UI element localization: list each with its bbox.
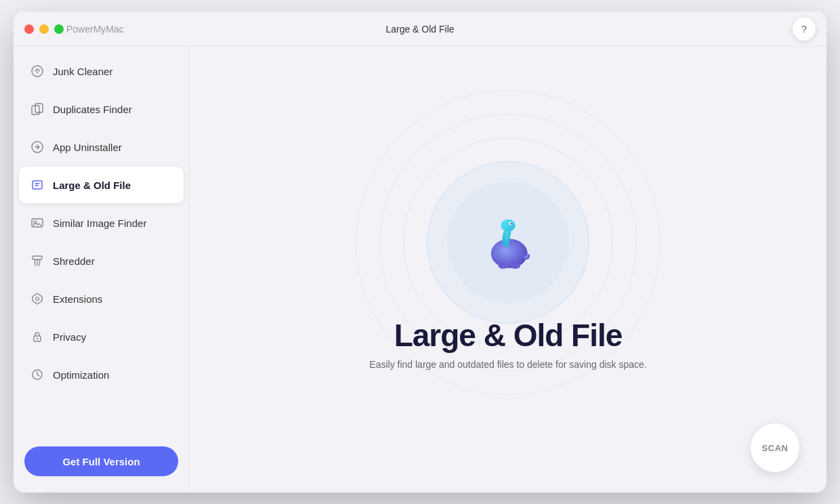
svg-point-18 (511, 263, 520, 269)
help-button[interactable]: ? (793, 18, 816, 41)
large-old-icon (30, 177, 45, 192)
sidebar-item-junk-cleaner-label: Junk Cleaner (53, 66, 112, 77)
svg-point-8 (36, 297, 39, 301)
sidebar-item-extensions[interactable]: Extensions (19, 280, 184, 317)
sidebar-item-app-uninstaller-label: App Uninstaller (53, 142, 122, 153)
sidebar-item-similar-image-label: Similar Image Finder (53, 217, 146, 229)
content-area: Large & Old File Easily find large and o… (190, 47, 826, 492)
title-bar: PowerMyMac Large & Old File ? (14, 12, 826, 47)
sidebar-item-similar-image-finder[interactable]: Similar Image Finder (19, 205, 184, 241)
similar-image-icon (30, 215, 45, 230)
svg-point-17 (499, 263, 508, 269)
shredder-icon (30, 253, 45, 268)
sidebar-item-junk-cleaner[interactable]: Junk Cleaner (19, 53, 184, 89)
optimization-icon (30, 367, 45, 382)
duplicates-icon (30, 102, 45, 117)
privacy-icon (30, 329, 45, 344)
scan-button[interactable]: SCAN (751, 423, 799, 472)
window-title: Large & Old File (385, 24, 454, 35)
app-uninstaller-icon (30, 140, 45, 154)
app-window: PowerMyMac Large & Old File ? Junk Clean… (14, 12, 826, 492)
extensions-icon (30, 291, 45, 306)
feature-title: Large & Old File (369, 318, 646, 353)
junk-cleaner-icon (30, 64, 45, 79)
sidebar-item-optimization-label: Optimization (53, 369, 109, 381)
sidebar-item-privacy[interactable]: Privacy (19, 318, 184, 355)
sidebar-item-large-old-file[interactable]: Large & Old File (19, 167, 184, 203)
sidebar-item-optimization[interactable]: Optimization (19, 356, 184, 393)
feature-subtitle: Easily find large and outdated files to … (369, 359, 646, 370)
dino-mascot-svg (478, 212, 539, 273)
sidebar-item-duplicates-finder[interactable]: Duplicates Finder (19, 91, 184, 127)
sidebar-item-extensions-label: Extensions (53, 293, 102, 305)
sidebar-item-shredder-label: Shredder (53, 255, 95, 267)
close-button[interactable] (24, 24, 34, 34)
app-name: PowerMyMac (66, 24, 124, 35)
get-full-version-button[interactable]: Get Full Version (24, 446, 178, 476)
sidebar-item-privacy-label: Privacy (53, 331, 86, 343)
sidebar-item-app-uninstaller[interactable]: App Uninstaller (19, 129, 184, 165)
svg-point-10 (37, 338, 38, 339)
sidebar-item-large-old-file-label: Large & Old File (53, 180, 131, 191)
mascot-container (471, 205, 545, 280)
svg-rect-7 (33, 256, 42, 259)
minimize-button[interactable] (39, 24, 49, 34)
svg-point-16 (511, 223, 512, 224)
feature-text-block: Large & Old File Easily find large and o… (369, 318, 646, 371)
svg-point-13 (501, 219, 516, 232)
sidebar: Junk Cleaner Duplicates Finder (14, 47, 190, 492)
sidebar-item-shredder[interactable]: Shredder (19, 243, 184, 279)
svg-rect-4 (33, 181, 42, 189)
maximize-button[interactable] (54, 24, 64, 34)
svg-point-12 (491, 239, 528, 268)
traffic-lights (24, 24, 64, 34)
main-layout: Junk Cleaner Duplicates Finder (14, 47, 826, 492)
sidebar-item-duplicates-finder-label: Duplicates Finder (53, 104, 132, 115)
